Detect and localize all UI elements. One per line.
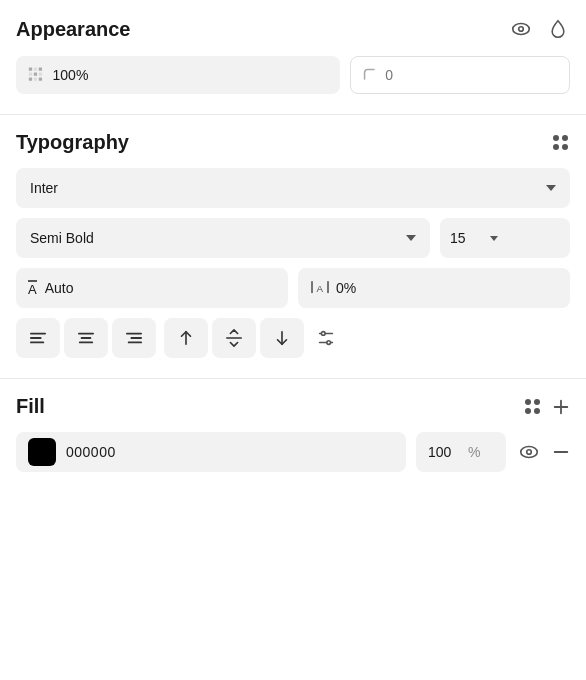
appearance-title: Appearance (16, 18, 131, 41)
align-buttons-row (16, 318, 570, 358)
typography-header: Typography (16, 131, 570, 154)
svg-point-29 (327, 341, 331, 345)
plus-icon (552, 398, 570, 416)
align-left-icon (29, 330, 47, 346)
corner-radius-icon (363, 67, 377, 83)
color-swatch[interactable] (28, 438, 56, 466)
fill-title: Fill (16, 395, 45, 418)
line-height-field[interactable]: A Auto (16, 268, 288, 308)
valign-bottom-icon (273, 329, 291, 347)
appearance-header: Appearance (16, 16, 570, 42)
corner-radius-input[interactable] (385, 67, 557, 83)
svg-rect-10 (39, 77, 42, 80)
eye-icon-button[interactable] (508, 16, 534, 42)
valign-top-button[interactable] (164, 318, 208, 358)
color-hex-value: 000000 (66, 444, 116, 460)
svg-rect-3 (34, 68, 37, 71)
valign-bottom-button[interactable] (260, 318, 304, 358)
text-valign-group (164, 318, 304, 358)
valign-middle-button[interactable] (212, 318, 256, 358)
font-weight-select[interactable]: Semi Bold Regular Bold Light (16, 218, 430, 258)
fill-header-right (523, 397, 570, 416)
appearance-section: Appearance (0, 0, 586, 115)
font-weight-size-row: Semi Bold Regular Bold Light 15 (16, 218, 570, 258)
letter-spacing-wrapper: A 0% (298, 268, 570, 308)
minus-icon (552, 443, 570, 461)
fill-dots-icon (525, 399, 540, 414)
fill-row: 000000 100 % (16, 432, 570, 472)
align-center-button[interactable] (64, 318, 108, 358)
svg-rect-8 (29, 77, 32, 80)
letter-spacing-value: 0% (336, 280, 356, 296)
more-options-button[interactable] (312, 324, 340, 352)
font-size-wrapper: 15 (440, 218, 570, 258)
svg-point-27 (321, 332, 325, 336)
svg-rect-4 (39, 68, 42, 71)
fill-opacity-symbol: % (468, 444, 480, 460)
drop-icon-button[interactable] (546, 16, 570, 42)
letter-spacing-icon: A (310, 280, 330, 296)
remove-fill-button[interactable] (552, 443, 570, 461)
font-family-row[interactable]: Inter Roboto Arial Helvetica (16, 168, 570, 208)
fill-section: Fill 000000 100 % (0, 379, 586, 492)
align-left-button[interactable] (16, 318, 60, 358)
align-right-icon (125, 330, 143, 346)
font-size-field[interactable]: 15 (440, 218, 570, 258)
svg-rect-5 (29, 73, 32, 76)
fill-eye-button[interactable] (516, 439, 542, 465)
typography-options-button[interactable] (551, 133, 570, 152)
add-fill-button[interactable] (552, 398, 570, 416)
fill-opacity-field[interactable]: 100 % (416, 432, 506, 472)
line-height-value: Auto (45, 280, 74, 296)
opacity-grid-icon (28, 66, 45, 84)
appearance-inputs-row: 100% (16, 56, 570, 94)
fill-right-icons (516, 439, 570, 465)
svg-point-33 (527, 450, 532, 455)
svg-point-1 (519, 27, 524, 32)
fill-eye-icon (518, 441, 540, 463)
font-family-select[interactable]: Inter Roboto Arial Helvetica (16, 168, 570, 208)
opacity-field[interactable]: 100% (16, 56, 340, 94)
fill-header: Fill (16, 395, 570, 418)
corner-radius-field[interactable] (350, 56, 570, 94)
font-size-input[interactable]: 15 (440, 218, 490, 258)
line-height-icon: A (28, 280, 37, 296)
typography-title: Typography (16, 131, 129, 154)
drop-icon (548, 18, 568, 40)
svg-rect-7 (39, 73, 42, 76)
font-weight-wrapper[interactable]: Semi Bold Regular Bold Light (16, 218, 430, 258)
valign-middle-icon (225, 329, 243, 347)
font-size-chevron (490, 218, 508, 258)
typography-section: Typography Inter Roboto Arial Helvetica … (0, 115, 586, 379)
svg-rect-6 (34, 73, 37, 76)
valign-top-icon (177, 329, 195, 347)
svg-point-0 (513, 24, 530, 35)
fill-grid-button[interactable] (523, 397, 542, 416)
align-right-button[interactable] (112, 318, 156, 358)
dots-grid-icon (553, 135, 568, 150)
text-align-group (16, 318, 156, 358)
line-height-wrapper: A Auto (16, 268, 288, 308)
svg-rect-9 (34, 77, 37, 80)
eye-icon (510, 18, 532, 40)
letter-spacing-field[interactable]: A 0% (298, 268, 570, 308)
align-center-icon (77, 330, 95, 346)
sliders-icon (316, 328, 336, 348)
svg-text:A: A (316, 283, 323, 294)
opacity-input[interactable]: 100% (53, 67, 328, 83)
svg-rect-2 (29, 68, 32, 71)
appearance-header-icons (508, 16, 570, 42)
color-field[interactable]: 000000 (16, 432, 406, 472)
svg-point-32 (521, 447, 538, 458)
fill-opacity-input[interactable]: 100 (428, 444, 464, 460)
line-height-spacing-row: A Auto A 0% (16, 268, 570, 308)
